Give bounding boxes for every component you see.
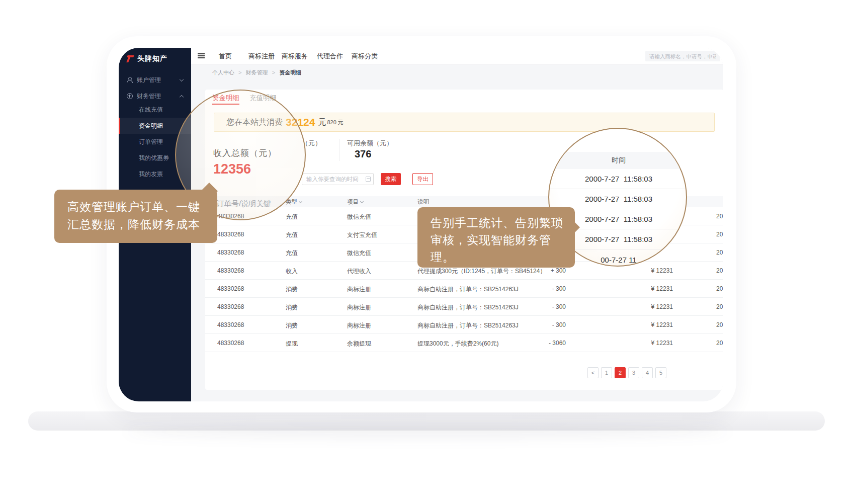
- income-total-label: 收入总额（元）: [213, 147, 277, 159]
- cell-project: 微信充值: [347, 213, 371, 221]
- cell-balance: ¥ 12231: [603, 340, 673, 347]
- callout-line: 高效管理账户订单、一键: [67, 198, 217, 216]
- cell-balance: ¥ 12231: [603, 303, 673, 310]
- available-balance-value: 376: [355, 148, 371, 160]
- brand-name: 头牌知产: [137, 54, 167, 63]
- active-indicator: [119, 118, 120, 134]
- cell-order: 48330268: [217, 267, 244, 274]
- top-nav-bar: 首页 商标注册 商标服务 代理合作 商标分类: [191, 48, 723, 64]
- pagination-prev-button[interactable]: <: [587, 367, 599, 378]
- breadcrumb: 个人中心 > 财务管理 > 资金明细: [212, 69, 301, 76]
- pagination-page-1[interactable]: 1: [601, 367, 612, 378]
- tab-recharge-detail[interactable]: 充值明细: [249, 94, 277, 103]
- sidebar-item-fund-detail[interactable]: 资金明细: [119, 118, 191, 134]
- person-icon: [127, 77, 133, 83]
- cell-project: 商标注册: [347, 321, 371, 330]
- cell-amount: + 300: [516, 267, 566, 274]
- cell-project: 支付宝充值: [347, 231, 377, 239]
- date-query-input[interactable]: [302, 173, 374, 185]
- nav-trademark-category[interactable]: 商标分类: [352, 48, 378, 64]
- income-total-value: 12356: [213, 161, 251, 177]
- cell-type: 充值: [286, 213, 298, 221]
- nav-agent-cooperation[interactable]: 代理合作: [317, 48, 343, 64]
- laptop-shadow: [126, 426, 729, 438]
- sidebar-item-account[interactable]: 账户管理: [119, 72, 191, 88]
- breadcrumb-separator: >: [238, 69, 241, 75]
- cell-desc: 提现3000元，手续费2%(60元): [417, 340, 498, 348]
- stats-divider: [339, 139, 339, 161]
- hamburger-menu-icon[interactable]: [198, 53, 205, 54]
- consumption-banner: 您在本站共消费 32124 元 820 元: [214, 113, 715, 132]
- cell-type: 收入: [286, 267, 298, 276]
- callout-line: 告别手工统计、告别繁琐: [431, 214, 575, 231]
- chevron-up-icon: [180, 95, 184, 99]
- page: 头牌知产 账户管理 财务管理 在线充值 资金明细 订单管理: [0, 0, 853, 504]
- cell-time: 2000-7-27 11:58:03: [716, 249, 723, 256]
- cell-order: 48330268: [217, 249, 244, 256]
- col-desc-header: 说明: [417, 198, 429, 206]
- col-project-label: 项目: [347, 199, 359, 205]
- cell-amount: - 300: [516, 321, 566, 328]
- cell-time: 2000-7-27 11:58:03: [716, 340, 723, 347]
- sort-caret-icon: [360, 200, 364, 203]
- cell-desc: 商标自助注册，订单号：SB2514263J: [417, 285, 519, 294]
- sidebar-item-orders[interactable]: 订单管理: [119, 134, 191, 150]
- banner-remnant: 820 元: [327, 119, 343, 126]
- sidebar-sub-label: 我的优惠券: [139, 154, 169, 162]
- cell-amount: - 300: [516, 303, 566, 310]
- col-project-header[interactable]: 项目: [347, 198, 363, 206]
- breadcrumb-current: 资金明细: [279, 69, 301, 75]
- breadcrumb-bar: 个人中心 > 财务管理 > 资金明细: [191, 65, 723, 80]
- active-tab-underline: [212, 104, 239, 105]
- cell-amount: - 300: [516, 285, 566, 292]
- brand-logo[interactable]: 头牌知产: [126, 54, 167, 63]
- cell-order: 48330268: [217, 231, 244, 238]
- cell-time: 2000-7-27 11:58:03: [716, 213, 723, 220]
- cell-order: 48330268: [217, 285, 244, 292]
- cell-project: 商标注册: [347, 303, 371, 312]
- nav-trademark-register[interactable]: 商标注册: [248, 48, 275, 64]
- middle-stat-label: （元）: [302, 139, 321, 148]
- table-row: 48330268 消费 商标注册 商标自助注册，订单号：SB2514263J -…: [205, 316, 723, 334]
- sidebar-item-online-recharge[interactable]: 在线充值: [119, 102, 191, 118]
- sort-caret-icon: [299, 200, 302, 203]
- cell-type: 提现: [286, 340, 298, 348]
- table-row: 48330268 消费 商标注册 商标自助注册，订单号：SB2514263J -…: [205, 280, 723, 298]
- breadcrumb-item[interactable]: 财务管理: [246, 69, 268, 75]
- cell-type: 消费: [286, 303, 298, 312]
- col-type-header[interactable]: 类型: [286, 198, 302, 206]
- cell-type: 充值: [286, 249, 298, 258]
- cell-order: 48330268: [217, 340, 244, 347]
- banner-text: 您在本站共消费: [226, 117, 283, 128]
- sidebar-item-coupons[interactable]: 我的优惠券: [119, 150, 191, 166]
- pagination-page-3[interactable]: 3: [628, 367, 639, 378]
- cell-desc: 商标自助注册，订单号：SB2514263J: [417, 321, 519, 330]
- export-button[interactable]: 导出: [412, 173, 433, 185]
- table-row: 48330268 消费 商标注册 商标自助注册，订单号：SB2514263J -…: [205, 298, 723, 316]
- tab-fund-detail[interactable]: 资金明细: [212, 94, 239, 103]
- table-row: 48330268 提现 余额提现 提现3000元，手续费2%(60元) - 30…: [205, 334, 723, 352]
- cell-project: 代理收入: [347, 267, 371, 276]
- magnified-time: 2000-7-27 11:58:03: [549, 169, 687, 189]
- breadcrumb-item[interactable]: 个人中心: [212, 69, 234, 75]
- cell-type: 消费: [286, 321, 298, 330]
- cell-order: 48330268: [217, 303, 244, 310]
- nav-home[interactable]: 首页: [219, 48, 232, 64]
- chevron-down-icon: [180, 77, 184, 81]
- global-search-input[interactable]: [645, 51, 720, 61]
- sidebar-item-label: 账户管理: [137, 76, 161, 85]
- pagination-page-4[interactable]: 4: [642, 367, 653, 378]
- sidebar-item-invoices[interactable]: 我的发票: [119, 166, 191, 182]
- cell-balance: ¥ 12231: [603, 321, 673, 328]
- pagination-page-5[interactable]: 5: [655, 367, 666, 378]
- cell-project: 商标注册: [347, 285, 371, 294]
- calendar-icon[interactable]: [366, 177, 371, 182]
- banner-unit: 元: [318, 117, 326, 128]
- callout-line: 理。: [431, 248, 575, 266]
- search-button[interactable]: 搜索: [381, 173, 401, 185]
- cell-balance: ¥ 12231: [603, 285, 673, 292]
- nav-trademark-services[interactable]: 商标服务: [282, 48, 308, 64]
- pagination-page-2-active[interactable]: 2: [615, 367, 626, 378]
- col-order-header-magnified: 订单号/说明关键: [216, 199, 271, 209]
- cell-time: 2000-7-27 11:58:03: [716, 285, 723, 292]
